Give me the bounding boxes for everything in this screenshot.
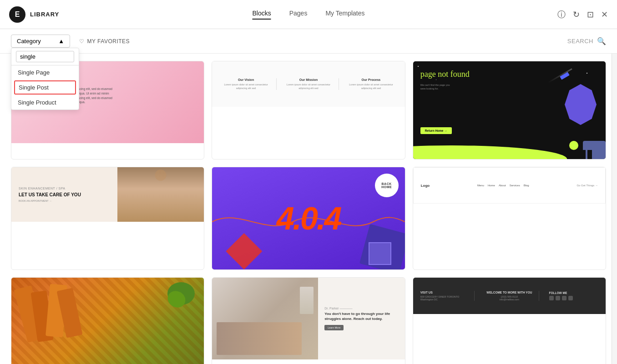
search-icon[interactable]: 🔍 [597,37,606,45]
mission-col: Our Mission Lorem ipsum dolor sit amet c… [278,78,339,90]
logo-text: LIBRARY [30,11,59,18]
close-button[interactable]: ✕ [601,10,608,19]
dropdown-search-input[interactable] [16,51,74,62]
template-grid: g Lorem ipsum dolor sit amet, consectetu… [11,61,606,364]
tab-blocks[interactable]: Blocks [252,10,271,20]
doctor-photo [212,278,318,359]
card-404-text: 4.0.4 [277,200,341,237]
logo-area: E LIBRARY [9,6,59,23]
dropdown-item-single-post[interactable]: Single Post [14,80,76,95]
chevron-up-icon: ▲ [58,38,64,45]
favorites-label: MY FAVORITES [87,38,130,45]
footer-col-1: VISIT US 600 GROCERY DINER TORONTOWashin… [420,291,475,301]
nav-cta: Go Get Things → [577,184,598,187]
template-card-food[interactable] [11,277,204,364]
back-home-badge: BACK HOME [375,174,399,197]
beauty-photo [117,167,204,222]
dropdown-item-single-product[interactable]: Single Product [11,95,79,110]
search-area: SEARCH 🔍 [567,37,606,45]
beauty-title: LET US TAKE CARE OF YOU [19,192,110,198]
beauty-text: SKIN ENHANCEMENT / SPA LET US TAKE CARE … [11,167,117,222]
top-actions: ⓘ ↻ ⊡ ✕ [557,9,608,20]
help-icon[interactable]: ⓘ [557,9,566,20]
food-photo [11,278,204,364]
template-card-mission[interactable]: Our Vision Lorem ipsum dolor sit amet co… [212,61,405,160]
template-card-header-nav[interactable]: Logo Menu Home About Services Blog Go Ge… [413,167,606,270]
template-card-beauty[interactable]: SKIN ENHANCEMENT / SPA LET US TAKE CARE … [11,167,204,270]
template-card-page-not-found[interactable]: page not found We can't find the page yo… [413,61,606,160]
category-dropdown: Category ▲ Single Page Single Post Singl… [11,35,70,48]
save-icon[interactable]: ⊡ [587,10,594,20]
grid-container[interactable]: g Lorem ipsum dolor sit amet, consectetu… [0,54,617,364]
doctor-content: Dr. Parker ———— You don't have to go thr… [318,278,405,359]
template-card-footer[interactable]: VISIT US 600 GROCERY DINER TORONTOWashin… [413,277,606,364]
search-label: SEARCH [567,38,593,45]
vision-col: Our Vision Lorem ipsum dolor sit amet co… [219,78,276,90]
template-card-doctor[interactable]: Dr. Parker ———— You don't have to go thr… [212,277,405,364]
scrollbar-track[interactable] [612,29,617,364]
pnf-btn[interactable]: Return Home → [420,127,452,134]
nav-links: Menu Home About Services Blog [477,184,529,187]
favorites-button[interactable]: ♡ MY FAVORITES [79,38,130,45]
pnf-subtitle: We can't find the page youwere looking f… [420,83,450,91]
top-bar: E LIBRARY Blocks Pages My Templates ⓘ ↻ … [0,0,617,29]
nav-tabs: Blocks Pages My Templates [252,10,364,20]
filter-left: Category ▲ Single Page Single Post Singl… [11,35,130,48]
category-label: Category [17,38,41,45]
dropdown-menu: Single Page Single Post Single Product [11,48,79,110]
category-button[interactable]: Category ▲ [11,35,70,48]
logo-icon: E [9,6,25,23]
template-card-404[interactable]: 4.0.4 BACK HOME [212,167,405,270]
pnf-title: page not found [420,70,470,79]
dropdown-item-single-page[interactable]: Single Page [11,65,79,80]
tab-pages[interactable]: Pages [289,10,308,20]
refresh-icon[interactable]: ↻ [573,10,580,20]
process-col: Our Process Lorem ipsum dolor sit amet c… [341,78,397,90]
footer-col-3: FOLLOW ME [545,291,598,300]
footer-col-2: WELCOME TO MORE WITH YOU (202) 555-0110i… [480,291,539,301]
tab-my-templates[interactable]: My Templates [325,10,364,20]
filter-bar: Category ▲ Single Page Single Post Singl… [0,29,617,54]
dropdown-search-area [11,48,79,65]
heart-icon: ♡ [79,38,85,45]
main-content: Category ▲ Single Page Single Post Singl… [0,29,617,364]
nav-logo: Logo [421,184,430,188]
